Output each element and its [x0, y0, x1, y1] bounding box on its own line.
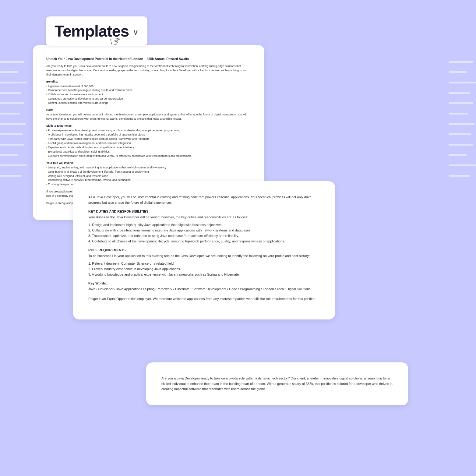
- card1-involve-1: - Designing, implementing, and maintaini…: [46, 166, 251, 170]
- left-line: [0, 133, 23, 135]
- chevron-down-icon: ∨: [132, 27, 139, 37]
- card1-involve-3: - Writing well-designed, efficient, and …: [46, 174, 251, 178]
- right-line: [449, 123, 474, 125]
- card2-duty-2: 2. Collaborate with cross-functional tea…: [88, 227, 320, 233]
- left-line: [0, 154, 18, 156]
- right-line: [449, 133, 471, 135]
- card1-benefit-5: - Central London location with vibrant s…: [46, 101, 251, 105]
- card2-keywords-heading: Key Words:: [88, 281, 320, 285]
- right-line: [449, 92, 470, 94]
- card2-intro: Are you a Java Developer ready to take o…: [146, 362, 408, 405]
- left-line: [0, 61, 24, 63]
- card2-req-3: 3. A working knowledge and practical exp…: [88, 272, 320, 277]
- card1-benefit-3: - Collaborative and inclusive work envir…: [46, 93, 251, 97]
- left-line: [0, 92, 21, 94]
- card1-skill-3: - Familiarity with Java-related technolo…: [46, 137, 251, 141]
- left-line: [0, 164, 27, 166]
- left-decorative-lines: [0, 61, 27, 177]
- card1-benefit-2: - Comprehensive benefits package includi…: [46, 88, 251, 93]
- left-line: [0, 82, 27, 83]
- card1-involve-heading: Your role will involve:: [46, 161, 251, 164]
- card2-requirements-intro: To be successful in your application to …: [88, 253, 320, 259]
- right-line: [449, 164, 476, 166]
- right-line: [449, 82, 476, 83]
- card1-skill-1: - Proven experience in Java development,…: [46, 129, 251, 133]
- card1-intro: Are you ready to take your Java developm…: [46, 64, 251, 77]
- card1-benefits-heading: Benefits:: [46, 80, 251, 83]
- right-line: [449, 102, 473, 104]
- left-line: [0, 102, 24, 104]
- card1-role-heading: Role:: [46, 108, 251, 111]
- left-line: [0, 113, 20, 115]
- card2-duty-3: 3. Troubleshoot, optimize, and enhance e…: [88, 233, 320, 238]
- card2-duty-4: 4. Contribute to all phases of the devel…: [88, 238, 320, 244]
- card1-skill-4: - A solid grasp of database management a…: [46, 141, 251, 146]
- right-line: [449, 71, 467, 73]
- card2-keywords: Java / Developer / Java Applications / S…: [88, 287, 320, 292]
- left-line: [0, 71, 18, 73]
- card1-skill-5: - Experience with Agile methodologies, e…: [46, 146, 251, 150]
- card1-benefit-4: - Continuous professional development an…: [46, 97, 251, 101]
- document-card-2: Are you a Java Developer ready to take o…: [73, 181, 335, 319]
- right-line: [449, 154, 467, 156]
- card1-skills-heading: Skills & Experience:: [46, 124, 251, 127]
- card1-role-text: As a Java Developer, you will be instrum…: [46, 113, 251, 121]
- right-line: [449, 175, 470, 177]
- card2-req-2: 2. Proven industry experience in develop…: [88, 266, 320, 272]
- card2-requirements-heading: ROLE REQUIREMENTS:: [88, 248, 320, 252]
- card1-benefit-1: - A generous annual reward of £65,000: [46, 84, 251, 89]
- card1-title: Unlock Your Java Development Potential i…: [46, 57, 251, 61]
- templates-dropdown[interactable]: Templates ∨: [46, 16, 147, 46]
- card2-footer: Paiger is an Equal Opportunities employe…: [88, 296, 320, 302]
- page-container: Templates ∨ ☞ Unlock Your Java Devel: [0, 0, 476, 476]
- right-decorative-lines: [449, 61, 476, 177]
- card1-involve-2: - Contributing to all phases of the deve…: [46, 170, 251, 174]
- card2-duties-intro: Your duties as the Java Developer will b…: [88, 215, 320, 220]
- left-line: [0, 144, 24, 146]
- right-line: [449, 61, 473, 63]
- card2-duties-heading: KEY DUTIES AND RESPONSIBILITIES:: [88, 210, 320, 213]
- right-line: [449, 113, 468, 115]
- card2-paragraph2: As a Java Developer, you will be instrum…: [88, 195, 320, 205]
- card1-skill-2: - Proficiency in developing high-quality…: [46, 133, 251, 137]
- left-line: [0, 123, 26, 125]
- card1-skill-6: - Exceptional analytical and problem-sol…: [46, 150, 251, 154]
- right-line: [449, 144, 473, 146]
- left-line: [0, 175, 21, 177]
- card2-req-1: 1. Relevant degree in Computer Science o…: [88, 261, 320, 266]
- card1-skill-7: - Excellent communication skills, both w…: [46, 154, 251, 158]
- card2-duty-1: 1. Design and implement high-quality Jav…: [88, 222, 320, 227]
